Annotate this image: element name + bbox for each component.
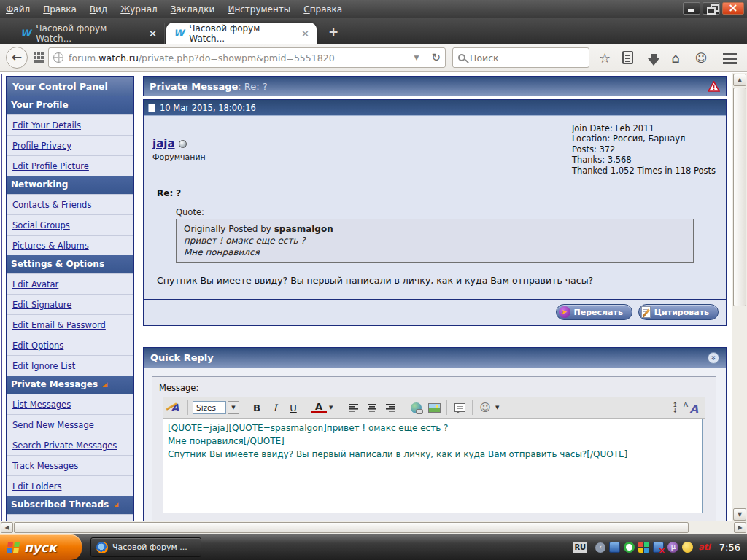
menu-hamburger-icon[interactable] <box>723 53 737 55</box>
editor-fontsize-icon[interactable]: AA <box>684 401 698 414</box>
reply-textarea[interactable]: [QUOTE=jaja][QUOTE=spasmalgon]привет ! о… <box>163 419 703 513</box>
align-left-icon[interactable] <box>346 400 362 416</box>
quote-button[interactable]: Цитировать <box>638 304 719 320</box>
sidebar-item-edit-email-password[interactable]: Edit Email & Password <box>7 314 133 335</box>
vertical-scrollbar[interactable]: ▲ ▼ <box>732 73 747 521</box>
sidebar-item-profile-privacy[interactable]: Profile Privacy <box>7 135 133 155</box>
sidebar-item-edit-ignore-list[interactable]: Edit Ignore List <box>7 355 133 376</box>
align-right-icon[interactable] <box>382 400 398 416</box>
sidebar-item-search-private-messages[interactable]: Search Private Messages <box>7 435 133 455</box>
scroll-right-icon[interactable]: ▶ <box>734 522 746 533</box>
underline-button[interactable]: U <box>285 400 301 416</box>
close-button[interactable] <box>722 2 744 15</box>
sidebar-item-contacts-friends[interactable]: Contacts & Friends <box>7 194 133 214</box>
media-app-icon[interactable] <box>638 542 649 553</box>
sidebar-item-edit-signature[interactable]: Edit Signature <box>7 294 133 314</box>
search-icon <box>458 54 465 61</box>
ati-icon[interactable]: ati <box>698 542 710 552</box>
remove-formatting-icon[interactable]: A <box>167 400 183 416</box>
sidebar-item-pictures-albums[interactable]: Pictures & Albums <box>7 235 133 255</box>
home-icon[interactable]: ⌂ <box>666 50 685 67</box>
user-posts: Posts: 372 <box>572 144 716 155</box>
chat-icon[interactable]: ☺ <box>692 50 711 67</box>
scroll-up-icon[interactable]: ▲ <box>733 74 746 86</box>
taskbar-task-firefox[interactable]: Часовой форум ... <box>90 537 201 557</box>
sizes-dropdown-arrow-icon[interactable]: ▼ <box>228 401 239 414</box>
bookmarks-menu-icon[interactable] <box>622 51 633 64</box>
bold-button[interactable]: B <box>249 400 265 416</box>
url-bar[interactable]: forum.watch.ru/private.php?do=showpm&pmi… <box>48 47 446 68</box>
downloads-icon[interactable] <box>648 58 659 66</box>
sidebar-item-edit-profile-picture[interactable]: Edit Profile Picture <box>7 155 133 176</box>
wrap-quote-icon[interactable] <box>454 403 465 412</box>
color-dropdown-arrow-icon[interactable]: ▼ <box>329 405 336 411</box>
menu-view[interactable]: Вид <box>90 4 107 15</box>
smilies-icon[interactable]: ☺ <box>477 400 493 416</box>
sidebar-item-social-groups[interactable]: Social Groups <box>7 214 133 235</box>
message-label: Message: <box>159 383 716 393</box>
sidebar-item-edit-folders[interactable]: Edit Folders <box>7 475 133 496</box>
editor-resize-arrows-icon[interactable]: ↥↧ <box>672 402 678 413</box>
insert-link-icon[interactable] <box>411 402 422 413</box>
menu-help[interactable]: Справка <box>303 4 342 15</box>
site-identity-icon[interactable] <box>53 52 63 63</box>
username-link[interactable]: jaja <box>152 137 175 150</box>
align-center-icon[interactable] <box>364 400 380 416</box>
font-color-button[interactable]: A <box>311 402 327 413</box>
menu-bookmarks[interactable]: Закладки <box>171 4 215 15</box>
start-button[interactable]: пуск <box>0 534 82 560</box>
tab-close-icon[interactable]: × <box>149 28 157 39</box>
sidebar-item-edit-options[interactable]: Edit Options <box>7 335 133 355</box>
tab-forum-active[interactable]: W Часовой форум Watch... × <box>166 23 317 44</box>
hide-icons-chevron-icon[interactable]: ‹ <box>595 542 605 553</box>
font-sizes-dropdown[interactable]: Sizes <box>193 401 226 414</box>
post-body-text: Спутник Вы имеете ввиду? Вы первый напис… <box>157 275 713 286</box>
user-rank: Форумчанин <box>152 152 206 162</box>
collapse-icon[interactable]: « <box>708 352 719 364</box>
vertical-scroll-thumb[interactable] <box>733 88 746 306</box>
sidebar-section-networking: Networking <box>7 176 133 194</box>
minimize-button[interactable] <box>683 2 700 15</box>
taskbar: пуск Часовой форум ... RU ‹ µ ati 7:56 <box>0 534 747 560</box>
menu-file[interactable]: Файл <box>6 4 30 15</box>
network-icon[interactable] <box>609 542 620 553</box>
sidebar-item-list-messages[interactable]: List Messages <box>7 394 133 414</box>
pm-panel-header: Private Message: Re: ? <box>143 76 727 96</box>
language-indicator[interactable]: RU <box>573 542 587 553</box>
page-border-right <box>729 74 729 521</box>
menu-tools[interactable]: Инструменты <box>228 4 290 15</box>
smilies-dropdown-arrow-icon[interactable]: ▼ <box>495 405 503 411</box>
horizontal-scrollbar[interactable]: ◀ ▶ <box>0 521 747 534</box>
scroll-left-icon[interactable]: ◀ <box>1 522 13 533</box>
window-controls <box>683 2 744 15</box>
toolbar-divider <box>306 400 306 415</box>
restore-button[interactable] <box>703 2 720 15</box>
menu-history[interactable]: Журнал <box>120 4 158 15</box>
sidebar-section-your-profile[interactable]: Your Profile <box>7 96 133 114</box>
sidebar-item-list-subscriptions[interactable]: List Subscriptions <box>7 514 133 521</box>
search-input[interactable] <box>470 52 565 63</box>
bookmark-star-icon[interactable]: ☆ <box>595 50 614 67</box>
new-tab-button[interactable]: + <box>324 25 343 41</box>
back-button[interactable]: ← <box>6 47 28 69</box>
sidebar-item-send-new-message[interactable]: Send New Message <box>7 414 133 435</box>
italic-button[interactable]: I <box>267 400 283 416</box>
forward-button[interactable]: ➤ Переслать <box>556 304 632 320</box>
antivirus-icon[interactable] <box>624 542 635 553</box>
horizontal-scroll-thumb[interactable] <box>14 522 689 533</box>
tab-close-icon[interactable]: × <box>301 28 309 39</box>
menu-edit[interactable]: Правка <box>43 4 77 15</box>
utorrent-icon[interactable]: µ <box>667 542 678 553</box>
sidebar-item-edit-your-details[interactable]: Edit Your Details <box>7 114 133 135</box>
url-dropdown-icon[interactable]: ▼ <box>414 54 419 61</box>
sidebar-item-edit-avatar[interactable]: Edit Avatar <box>7 273 133 294</box>
grid-icon[interactable] <box>34 52 44 63</box>
reload-icon[interactable]: ↻ <box>425 51 441 64</box>
network-error-icon[interactable] <box>653 542 664 553</box>
insert-image-icon[interactable] <box>428 403 441 413</box>
sidebar-item-track-messages[interactable]: Track Messages <box>7 455 133 475</box>
messenger-icon[interactable] <box>682 542 693 553</box>
report-alert-icon[interactable] <box>708 81 720 92</box>
tab-forum-inactive[interactable]: W Часовой форум Watch... × <box>13 23 165 44</box>
scroll-down-icon[interactable]: ▼ <box>733 508 746 521</box>
